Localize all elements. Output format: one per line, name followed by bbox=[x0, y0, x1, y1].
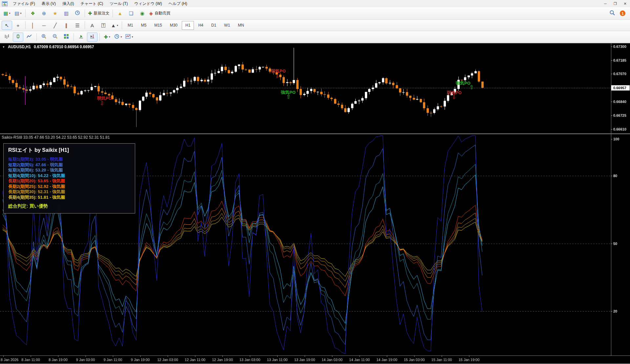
chart-window: ▼ AUDUSD,H1 0.67009 0.67010 0.66954 0.66… bbox=[0, 43, 630, 364]
toolbar-standard: ▦▾▤▾❖⊕★▥✚新規注文▲❏◉◈自動売買1 bbox=[0, 7, 630, 20]
timeframe-w1-button[interactable]: W1 bbox=[220, 21, 234, 30]
timeframe-h4-button[interactable]: H4 bbox=[195, 21, 207, 30]
text-tool[interactable]: A bbox=[87, 21, 97, 30]
notification-badge[interactable]: 1 bbox=[620, 10, 625, 16]
metaeditor-icon: ▲ bbox=[117, 11, 122, 16]
auto-trading-button-label: 自動売買 bbox=[155, 10, 170, 16]
timeframe-h1-button[interactable]: H1 bbox=[182, 21, 194, 30]
dropdown-arrow-icon: ▾ bbox=[120, 35, 122, 38]
menu-window[interactable]: ウィンドウ (W) bbox=[131, 0, 165, 7]
terminal-button[interactable]: ▥ bbox=[61, 9, 72, 18]
new-order-icon: ✚ bbox=[88, 11, 92, 16]
toolbar-separator bbox=[99, 33, 100, 41]
horizontal-line-icon: ─ bbox=[42, 23, 46, 28]
menu-chart[interactable]: チャート (C) bbox=[77, 0, 106, 7]
chart-shift-button[interactable] bbox=[87, 32, 97, 42]
periods-button[interactable]: ▾ bbox=[113, 32, 123, 42]
toolbar-drawing-timeframes: ↖+│─╱∥☰AT▲▾M1M5M15M30H1H4D1W1MN bbox=[0, 20, 630, 31]
chart-shift-icon bbox=[90, 34, 95, 40]
menu-help[interactable]: ヘルプ (H) bbox=[165, 0, 191, 7]
tile-windows-button[interactable] bbox=[61, 32, 72, 42]
candlestick-button[interactable] bbox=[13, 32, 23, 42]
timeframe-m5-button[interactable]: M5 bbox=[137, 21, 150, 30]
templates-icon bbox=[125, 34, 131, 40]
text-label-icon: T bbox=[101, 23, 106, 28]
auto-scroll-button[interactable] bbox=[76, 32, 86, 42]
menu-view[interactable]: 表示 (V) bbox=[38, 0, 59, 7]
toolbar-chart-options: ✚▾▾▾ bbox=[0, 31, 630, 43]
new-order-button-label: 新規注文 bbox=[94, 10, 110, 16]
toolbar-separator bbox=[122, 21, 122, 29]
line-chart-icon bbox=[27, 34, 32, 40]
timeframe-m15-button[interactable]: M15 bbox=[151, 21, 165, 30]
strategy-tester-button[interactable] bbox=[72, 9, 83, 18]
app-icon bbox=[2, 1, 8, 6]
toolbar-separator bbox=[25, 10, 26, 17]
navigator-button[interactable]: ★ bbox=[50, 9, 60, 18]
text-label-tool[interactable]: T bbox=[98, 21, 109, 30]
zoom-out-button[interactable] bbox=[50, 32, 60, 42]
profiles-icon: ▤ bbox=[14, 11, 19, 16]
fibonacci-icon: ☰ bbox=[75, 23, 79, 28]
channel-tool[interactable]: ∥ bbox=[61, 21, 72, 30]
zoom-out-icon bbox=[52, 34, 58, 40]
new-order-button[interactable]: ✚新規注文 bbox=[87, 9, 111, 18]
auto-trading-icon: ◈ bbox=[149, 11, 153, 16]
crosshair-tool[interactable]: + bbox=[13, 21, 23, 30]
templates-button[interactable]: ▾ bbox=[124, 32, 135, 42]
zoom-in-icon bbox=[41, 34, 47, 40]
toolbar-separator bbox=[85, 10, 85, 17]
minimize-button[interactable]: ─ bbox=[600, 0, 610, 7]
fibonacci-tool[interactable]: ☰ bbox=[72, 21, 83, 30]
vertical-line-tool[interactable]: │ bbox=[28, 21, 38, 30]
dropdown-arrow-icon: ▾ bbox=[9, 12, 10, 15]
terminal-icon: ▥ bbox=[64, 11, 69, 16]
cursor-tool[interactable]: ↖ bbox=[2, 21, 12, 30]
signals-button[interactable]: ◉ bbox=[137, 9, 148, 18]
search-button[interactable] bbox=[607, 9, 618, 18]
metaeditor-button[interactable]: ▲ bbox=[115, 9, 125, 18]
data-window-button[interactable]: ⊕ bbox=[39, 9, 49, 18]
auto-trading-button[interactable]: ◈自動売買 bbox=[148, 9, 172, 18]
data-window-icon: ⊕ bbox=[42, 11, 46, 16]
dropdown-arrow-icon: ▾ bbox=[117, 24, 118, 27]
channel-icon: ∥ bbox=[65, 23, 68, 28]
profiles-button[interactable]: ▤▾ bbox=[13, 9, 23, 18]
timeframe-m30-button[interactable]: M30 bbox=[166, 21, 181, 30]
timeframe-m1-button[interactable]: M1 bbox=[124, 21, 137, 30]
timeframe-mn-button[interactable]: MN bbox=[234, 21, 248, 30]
menu-bar: ファイル (F)表示 (V)挿入(I)チャート (C)ツール (T)ウィンドウ … bbox=[0, 0, 630, 7]
indicators-button[interactable]: ✚▾ bbox=[102, 32, 112, 42]
menu-items: ファイル (F)表示 (V)挿入(I)チャート (C)ツール (T)ウィンドウ … bbox=[10, 0, 190, 7]
timeframe-d1-button[interactable]: D1 bbox=[208, 21, 220, 30]
menu-insert[interactable]: 挿入(I) bbox=[59, 0, 77, 7]
toolbar-separator bbox=[36, 33, 37, 41]
dropdown-arrow-icon: ▾ bbox=[20, 12, 22, 15]
toolbar-separator bbox=[25, 21, 26, 29]
market-watch-icon: ❖ bbox=[31, 11, 35, 16]
candlestick-icon bbox=[15, 34, 21, 40]
dropdown-arrow-icon: ▾ bbox=[109, 35, 110, 38]
trendline-tool[interactable]: ╱ bbox=[50, 21, 60, 30]
zoom-in-button[interactable] bbox=[39, 32, 49, 42]
new-chart-button[interactable]: ▦▾ bbox=[2, 9, 12, 18]
line-chart-button[interactable] bbox=[24, 32, 34, 42]
horizontal-line-tool[interactable]: ─ bbox=[39, 21, 49, 30]
menu-file[interactable]: ファイル (F) bbox=[10, 0, 38, 7]
menu-tools[interactable]: ツール (T) bbox=[106, 0, 131, 7]
crosshair-icon: + bbox=[17, 23, 20, 28]
bar-chart-icon bbox=[4, 34, 10, 40]
arrow-shape-icon: ▲ bbox=[111, 23, 116, 28]
auto-scroll-icon bbox=[78, 34, 84, 40]
trendline-icon: ╱ bbox=[53, 23, 56, 28]
bar-chart-button[interactable] bbox=[2, 32, 12, 42]
chart-canvas[interactable] bbox=[0, 43, 630, 364]
community-button[interactable]: ❏ bbox=[126, 9, 136, 18]
periods-clock-icon bbox=[114, 34, 119, 40]
restore-button[interactable]: ❐ bbox=[610, 0, 620, 7]
text-icon: A bbox=[91, 23, 94, 28]
arrows-tool[interactable]: ▲▾ bbox=[109, 21, 120, 30]
market-watch-button[interactable]: ❖ bbox=[28, 9, 38, 18]
close-button[interactable]: ✕ bbox=[620, 0, 630, 7]
window-controls: ─❐✕ bbox=[600, 0, 630, 7]
